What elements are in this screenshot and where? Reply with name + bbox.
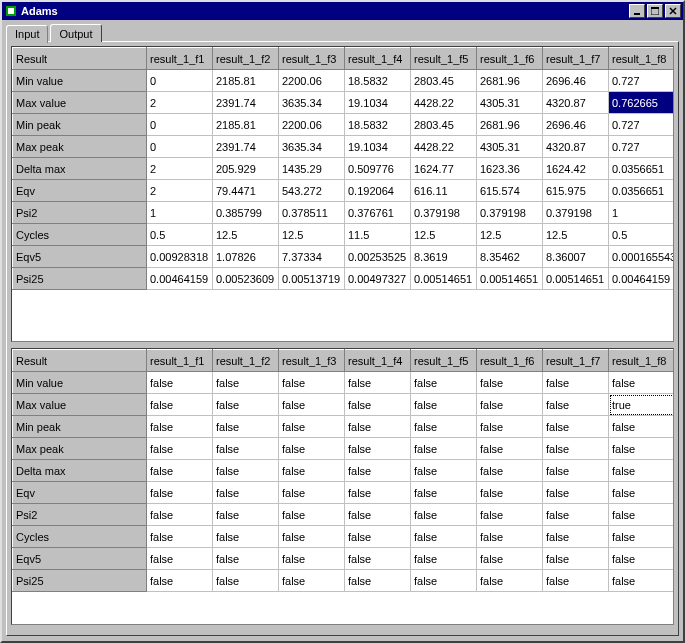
cell[interactable]: false <box>609 548 675 570</box>
row-header[interactable]: Min peak <box>13 114 147 136</box>
row-header[interactable]: Psi25 <box>13 570 147 592</box>
column-header[interactable]: result_1_f7 <box>543 350 609 372</box>
cell[interactable]: false <box>543 416 609 438</box>
column-header[interactable]: result_1_f8 <box>609 48 675 70</box>
cell[interactable]: false <box>213 548 279 570</box>
column-header[interactable]: result_1_f1 <box>147 350 213 372</box>
cell[interactable]: false <box>213 372 279 394</box>
cell[interactable]: 0 <box>147 70 213 92</box>
cell[interactable]: 2185.81 <box>213 114 279 136</box>
cell[interactable]: 2681.96 <box>477 70 543 92</box>
cell[interactable]: false <box>345 438 411 460</box>
cell[interactable]: false <box>345 570 411 592</box>
row-header[interactable]: Eqv5 <box>13 246 147 268</box>
cell[interactable]: 0.727 <box>609 70 675 92</box>
row-header[interactable]: Psi2 <box>13 202 147 224</box>
cell[interactable]: false <box>543 526 609 548</box>
cell[interactable]: false <box>279 504 345 526</box>
row-header[interactable]: Psi2 <box>13 504 147 526</box>
cell[interactable]: 18.5832 <box>345 114 411 136</box>
cell[interactable]: 543.272 <box>279 180 345 202</box>
cell[interactable]: false <box>609 526 675 548</box>
cell[interactable]: 0.379198 <box>543 202 609 224</box>
cell[interactable]: 0.5 <box>147 224 213 246</box>
cell[interactable]: 8.3619 <box>411 246 477 268</box>
cell[interactable]: false <box>609 482 675 504</box>
cell[interactable]: 2696.46 <box>543 114 609 136</box>
cell[interactable]: false <box>477 570 543 592</box>
cell[interactable]: false <box>213 438 279 460</box>
cell[interactable]: 2200.06 <box>279 70 345 92</box>
cell[interactable]: false <box>543 372 609 394</box>
cell[interactable]: false <box>477 504 543 526</box>
cell[interactable]: 12.5 <box>411 224 477 246</box>
cell[interactable]: 0.727 <box>609 136 675 158</box>
cell[interactable]: false <box>411 438 477 460</box>
cell[interactable]: false <box>279 416 345 438</box>
cell[interactable]: false <box>279 526 345 548</box>
cell[interactable]: false <box>147 438 213 460</box>
row-header[interactable]: Max value <box>13 92 147 114</box>
cell[interactable]: 0 <box>147 114 213 136</box>
column-header[interactable]: result_1_f3 <box>279 350 345 372</box>
cell[interactable]: false <box>345 416 411 438</box>
results-flags-grid[interactable]: Resultresult_1_f1result_1_f2result_1_f3r… <box>11 348 674 625</box>
cell[interactable]: 79.4471 <box>213 180 279 202</box>
cell[interactable]: 0.0356651 <box>609 180 675 202</box>
cell[interactable]: false <box>147 372 213 394</box>
cell[interactable]: 0.00253525 <box>345 246 411 268</box>
cell[interactable]: false <box>147 416 213 438</box>
cell[interactable]: 2696.46 <box>543 70 609 92</box>
cell[interactable]: 3635.34 <box>279 92 345 114</box>
row-header[interactable]: Cycles <box>13 224 147 246</box>
cell[interactable]: false <box>411 548 477 570</box>
tab-input[interactable]: Input <box>6 25 48 43</box>
cell[interactable]: 1624.42 <box>543 158 609 180</box>
cell[interactable]: 2803.45 <box>411 114 477 136</box>
cell[interactable]: 19.1034 <box>345 136 411 158</box>
column-header[interactable]: result_1_f6 <box>477 350 543 372</box>
titlebar[interactable]: Adams <box>2 2 683 20</box>
cell[interactable]: 12.5 <box>279 224 345 246</box>
cell[interactable]: 2 <box>147 92 213 114</box>
cell[interactable]: 2391.74 <box>213 92 279 114</box>
cell[interactable]: false <box>279 438 345 460</box>
cell[interactable]: false <box>477 548 543 570</box>
cell[interactable]: 616.11 <box>411 180 477 202</box>
cell[interactable]: false <box>609 504 675 526</box>
minimize-button[interactable] <box>629 4 645 18</box>
cell[interactable]: 0.00464159 <box>147 268 213 290</box>
column-header[interactable]: result_1_f3 <box>279 48 345 70</box>
cell[interactable]: 1435.29 <box>279 158 345 180</box>
cell[interactable]: false <box>147 526 213 548</box>
cell[interactable]: 11.5 <box>345 224 411 246</box>
column-header[interactable]: result_1_f2 <box>213 350 279 372</box>
cell[interactable]: false <box>477 460 543 482</box>
column-header[interactable]: result_1_f7 <box>543 48 609 70</box>
cell[interactable]: 8.36007 <box>543 246 609 268</box>
cell[interactable]: 0.00497327 <box>345 268 411 290</box>
row-header[interactable]: Psi25 <box>13 268 147 290</box>
cell[interactable]: false <box>345 504 411 526</box>
cell[interactable]: 4320.87 <box>543 136 609 158</box>
cell[interactable]: 0.00514651 <box>411 268 477 290</box>
cell[interactable]: false <box>543 482 609 504</box>
cell[interactable]: false <box>477 482 543 504</box>
row-header[interactable]: Min peak <box>13 416 147 438</box>
cell[interactable]: false <box>147 548 213 570</box>
cell[interactable]: false <box>345 372 411 394</box>
cell[interactable]: false <box>411 482 477 504</box>
cell[interactable]: false <box>147 482 213 504</box>
cell[interactable]: false <box>411 416 477 438</box>
cell[interactable]: false <box>213 482 279 504</box>
column-header[interactable]: result_1_f8 <box>609 350 675 372</box>
cell[interactable]: false <box>543 504 609 526</box>
cell[interactable]: false <box>477 394 543 416</box>
column-header[interactable]: result_1_f4 <box>345 350 411 372</box>
cell[interactable]: false <box>543 460 609 482</box>
column-header[interactable]: Result <box>13 48 147 70</box>
cell[interactable]: false <box>147 394 213 416</box>
cell[interactable]: false <box>213 570 279 592</box>
cell[interactable]: false <box>609 438 675 460</box>
row-header[interactable]: Delta max <box>13 158 147 180</box>
